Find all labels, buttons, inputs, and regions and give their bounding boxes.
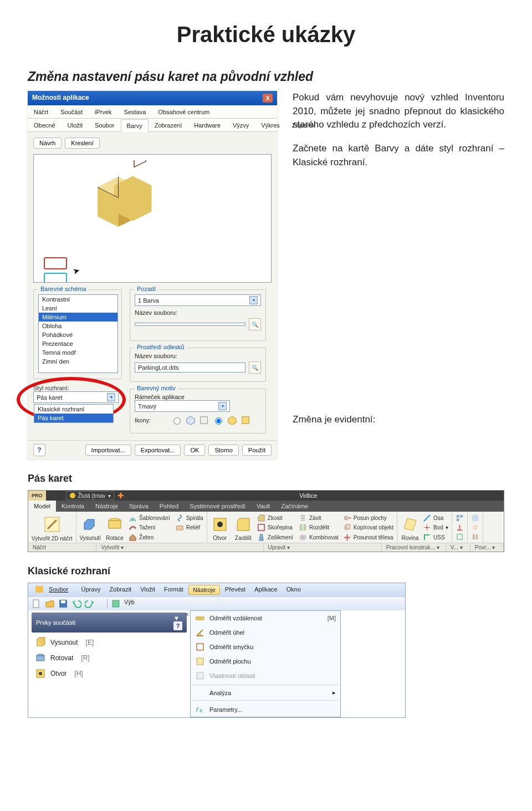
move-face-button[interactable]: Posun plochy	[343, 514, 393, 522]
tab-zaciname[interactable]: Začínáme	[275, 501, 314, 512]
menu-prevest[interactable]: Převést	[221, 585, 249, 595]
scheme-item[interactable]: Temná modř	[39, 348, 117, 357]
tab-vault[interactable]: Vault	[251, 501, 275, 512]
create-sketch-button[interactable]: Vytvořit 2D náčrt	[32, 535, 73, 542]
panel-footer-vytvorit[interactable]: Vytvořit ▾	[96, 543, 263, 552]
tab-obsahove-centrum[interactable]: Obsahové centrum	[152, 105, 216, 118]
swatch-red[interactable]	[44, 257, 67, 269]
tab-vykres[interactable]: Výkres	[255, 119, 286, 131]
tool-vysunout[interactable]: Vysunout[E]	[32, 635, 187, 650]
tab-zobrazeni[interactable]: Zobrazení	[149, 119, 188, 131]
menu-upravy[interactable]: Úpravy	[78, 585, 105, 595]
tab-soubor[interactable]: Soubor	[89, 119, 120, 131]
tab-kontrola[interactable]: Kontrola	[56, 501, 90, 512]
tab-sestava[interactable]: Sestava	[118, 105, 152, 118]
tab-pohled[interactable]: Pohled	[154, 501, 184, 512]
kresleni-button[interactable]: Kreslení	[65, 137, 99, 149]
tool-otvor[interactable]: Otvor[H]	[32, 666, 187, 681]
coil-button[interactable]: Spirála	[176, 514, 203, 522]
panel-footer-povr[interactable]: Povr... ▾	[470, 543, 504, 552]
style-option-paskaret[interactable]: Pás karet	[34, 414, 113, 422]
new-icon[interactable]	[32, 599, 42, 609]
ucs-button[interactable]: USS	[423, 533, 448, 542]
import-button[interactable]: Importovat...	[85, 445, 131, 456]
tab-sprava[interactable]: Správa	[124, 501, 154, 512]
chevron-down-icon[interactable]: ▾	[107, 393, 115, 401]
menu-okno[interactable]: Okno	[283, 585, 305, 595]
emboss-button[interactable]: Reliéf	[176, 523, 203, 532]
open-icon[interactable]	[45, 599, 55, 609]
color-scheme-listbox[interactable]: Kontrastní Lesní Milénium Obloha Pohádko…	[38, 294, 118, 373]
chevron-down-icon[interactable]: ▾	[249, 296, 258, 304]
apply-button[interactable]: Použít	[242, 445, 272, 456]
misc-button[interactable]	[456, 533, 464, 541]
shell-button[interactable]: Skořepina	[257, 523, 293, 532]
tab-iprvek[interactable]: iPrvek	[89, 105, 118, 118]
close-icon[interactable]: ✕	[185, 611, 189, 618]
menu-vlozit[interactable]: Vložit	[136, 585, 159, 595]
loft-button[interactable]: Šablonování	[129, 514, 170, 522]
misc-button[interactable]	[456, 523, 464, 532]
plane-icon[interactable]	[401, 515, 420, 534]
export-button[interactable]: Exportovat...	[135, 445, 181, 456]
panel-footer-upravit[interactable]: Upravit ▾	[264, 543, 382, 552]
undo-icon[interactable]	[71, 599, 81, 609]
menu-aplikace[interactable]: Aplikace	[250, 585, 282, 595]
scheme-item[interactable]: Milénium	[39, 313, 117, 322]
browse-button[interactable]: 🔍	[249, 318, 261, 330]
menu-zobrazit[interactable]: Zobrazit	[105, 585, 135, 595]
split-button[interactable]: Rozdělit	[299, 523, 339, 532]
menu-measure-loop[interactable]: Odměřit smyčku	[191, 640, 340, 654]
close-icon[interactable]: X	[263, 94, 273, 103]
misc-button[interactable]	[471, 533, 479, 541]
menu-soubor[interactable]: Soubor	[32, 585, 76, 595]
swatch-cyan[interactable]	[44, 273, 67, 283]
combine-button[interactable]: Kombinovat	[299, 533, 339, 542]
frame-combo[interactable]: Tmavý ▾	[135, 400, 230, 412]
scheme-item[interactable]: Prezentace	[39, 339, 117, 348]
filename-field[interactable]	[135, 323, 245, 326]
icon-style-radio[interactable]	[173, 417, 181, 425]
menu-analyza[interactable]: Analýza▸	[191, 687, 340, 698]
help-button[interactable]: ?	[33, 444, 45, 456]
scheme-item[interactable]: Obloha	[39, 322, 117, 330]
move-bodies-button[interactable]: Posunout tělesa	[343, 533, 393, 542]
panel-footer-prac[interactable]: Pracovní konstruk... ▾	[382, 543, 446, 552]
misc-button[interactable]	[471, 523, 479, 532]
tab-nastroje[interactable]: Nástroje	[90, 501, 124, 512]
menu-measure-area[interactable]: Odměřit plochu	[191, 654, 340, 669]
browse-button[interactable]: 🔍	[249, 361, 261, 374]
cancel-button[interactable]: Storno	[208, 445, 238, 456]
extrude-icon[interactable]	[80, 515, 99, 534]
tab-systemove[interactable]: Systémové prostředí	[184, 501, 251, 512]
copy-object-button[interactable]: Kopírovat objekt	[343, 523, 393, 532]
misc-button[interactable]	[471, 514, 479, 522]
tab-soucast[interactable]: Součást	[54, 105, 89, 118]
style-option-klasicke[interactable]: Klasické rozhraní	[34, 405, 113, 414]
menu-parametry[interactable]: fx Parametry...	[191, 702, 340, 717]
sweep-button[interactable]: Tažení	[129, 523, 170, 532]
icon-style-radio[interactable]	[215, 417, 222, 425]
tab-ulozit[interactable]: Uložit	[62, 119, 89, 131]
scheme-item[interactable]: Pohádkové	[39, 330, 117, 339]
help-icon[interactable]: ?	[173, 621, 182, 630]
menu-nastroje[interactable]: Nástroje	[188, 585, 220, 595]
tab-vyzvy[interactable]: Výzvy	[227, 119, 255, 131]
add-icon[interactable]: ✚	[117, 491, 124, 500]
tab-barvy[interactable]: Barvy	[121, 119, 149, 132]
panel-footer-v[interactable]: V... ▾	[446, 543, 470, 552]
tab-hardware[interactable]: Hardware	[188, 119, 227, 131]
ok-button[interactable]: OK	[184, 445, 205, 456]
redo-icon[interactable]	[85, 599, 95, 609]
scheme-item[interactable]: Kontrastní	[39, 295, 117, 304]
background-combo[interactable]: 1 Barva ▾	[135, 294, 261, 306]
point-button[interactable]: Bod ▾	[423, 523, 448, 532]
tab-nacrt[interactable]: Náčrt	[28, 105, 54, 118]
plane-button[interactable]: Rovina	[401, 535, 420, 541]
chamfer-button[interactable]: Zkosit	[257, 514, 293, 522]
scheme-item[interactable]: Lesní	[39, 304, 117, 313]
rib-button[interactable]: Žebro	[129, 533, 170, 542]
sketch-icon[interactable]	[43, 515, 62, 534]
axis-button[interactable]: Osa	[423, 514, 448, 522]
select-icon[interactable]	[111, 599, 121, 609]
